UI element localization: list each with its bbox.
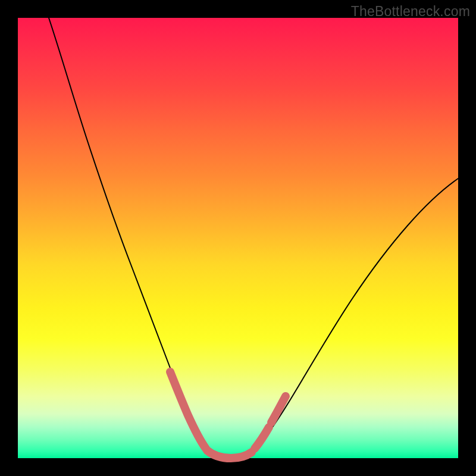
plot-area (18, 18, 458, 458)
highlight-floor (207, 450, 252, 458)
highlight-right-1 (255, 427, 269, 449)
highlight-left (170, 372, 206, 449)
watermark-text: TheBottleneck.com (351, 4, 470, 20)
chart-svg (18, 18, 458, 458)
chart-frame: TheBottleneck.com (0, 0, 476, 476)
bottleneck-curve (49, 18, 458, 458)
